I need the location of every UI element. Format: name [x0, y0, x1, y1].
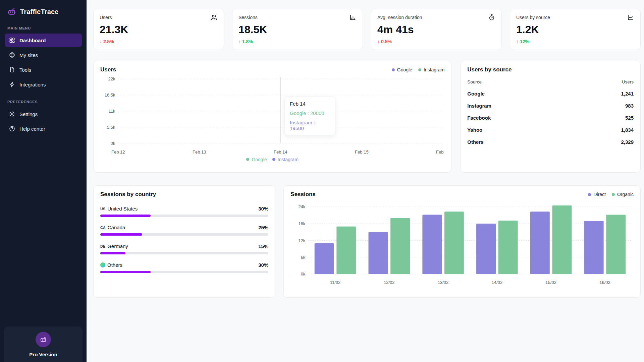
sidebar-item-dashboard[interactable]: Dashboard: [5, 34, 82, 47]
country-code: DE: [100, 244, 105, 248]
svg-text:16.5k: 16.5k: [105, 93, 115, 98]
country-progress-track: [100, 233, 268, 236]
svg-text:12/02: 12/02: [384, 280, 395, 285]
sidebar-item-label: Settings: [19, 111, 38, 117]
sidebar-item-tools[interactable]: Tools: [5, 63, 82, 76]
users-column-header: Users: [577, 76, 634, 87]
sidebar-item-label: Dashboard: [19, 38, 46, 43]
legend-label: Google: [252, 157, 267, 162]
svg-text:18k: 18k: [299, 221, 306, 226]
nav-section-label: MAIN MENU: [7, 26, 79, 30]
tooltip-title: Feb 14: [290, 101, 330, 107]
country-percent: 30%: [258, 206, 268, 212]
sessions-chart-title: Sessions: [290, 191, 316, 198]
users-icon: [210, 14, 218, 21]
legend-item-google[interactable]: Google: [246, 157, 267, 162]
users-chart-card: Users GoogleInstagram 22k16.5k11k5.5k0kF…: [93, 61, 451, 173]
source-users-value: 2,329: [577, 136, 634, 148]
app-root: TrafficTrace MAIN MENUDashboardMy sitesT…: [0, 0, 644, 362]
country-name: United States: [107, 206, 138, 212]
stat-value: 18.5K: [238, 23, 357, 36]
table-row: Google1,241: [467, 87, 634, 100]
legend-item-instagram[interactable]: Instagram: [418, 67, 444, 72]
svg-text:16/02: 16/02: [599, 280, 610, 285]
svg-text:11k: 11k: [108, 109, 115, 114]
svg-text:Feb 13: Feb 13: [193, 149, 206, 155]
svg-text:22k: 22k: [108, 76, 115, 81]
source-users-value: 1,241: [577, 87, 634, 100]
country-item-germany: DEGermany15%: [100, 243, 268, 254]
sidebar-item-integrations[interactable]: Integrations: [5, 78, 82, 91]
users-by-source-table: Source Users Google1,241Instagram983Face…: [467, 76, 634, 148]
users-line-chart-svg: 22k16.5k11k5.5k0kFeb 12Feb 13Feb 14Feb 1…: [100, 74, 444, 156]
pro-robot-icon[interactable]: [36, 332, 51, 347]
stat-value: 21.3K: [100, 23, 218, 36]
users-line-chart[interactable]: 22k16.5k11k5.5k0kFeb 12Feb 13Feb 14Feb 1…: [100, 74, 444, 156]
sessions-chart-card: Sessions DirectOrganic 24k18k12k6k0k11/0…: [283, 185, 641, 298]
table-row: Instagram983: [467, 100, 634, 112]
legend-dot: [418, 68, 421, 71]
source-name: Yahoo: [467, 124, 576, 136]
stopwatch-icon: [488, 14, 495, 21]
source-name: Instagram: [467, 100, 576, 112]
source-column-header: Source: [467, 76, 576, 87]
country-progress-track: [100, 215, 268, 217]
legend-label: Instagram: [424, 67, 444, 72]
app-title: TrafficTrace: [20, 8, 59, 16]
source-name: Others: [467, 136, 576, 148]
sessions-bar-chart[interactable]: 24k18k12k6k0k11/0212/0213/0214/0215/0216…: [290, 199, 634, 287]
stat-value: 1.2K: [516, 23, 634, 36]
svg-text:Feb 15: Feb 15: [355, 149, 369, 155]
stat-delta: ↑ 1.8%: [238, 39, 357, 44]
country-name: Others: [107, 262, 122, 268]
dashboard-icon: [9, 37, 15, 44]
line-chart-icon: [627, 14, 634, 21]
legend-label: Google: [397, 67, 412, 72]
source-users-value: 1,834: [577, 124, 634, 136]
legend-item-google[interactable]: Google: [392, 67, 412, 72]
country-progress-fill: [100, 215, 151, 217]
legend-item-direct[interactable]: Direct: [588, 192, 606, 197]
legend-dot: [588, 193, 591, 196]
svg-text:0k: 0k: [301, 272, 306, 277]
stat-delta: ↓ 0.5%: [377, 39, 495, 44]
stat-label: Sessions: [238, 15, 258, 20]
globe-icon: [9, 52, 15, 58]
chart-tooltip: Feb 14Google : 20000Instagram : 19500: [284, 97, 335, 135]
legend-item-organic[interactable]: Organic: [612, 192, 634, 197]
source-users-value: 525: [577, 112, 634, 124]
pro-version-card[interactable]: Pro Version: [4, 326, 83, 362]
sidebar-item-settings[interactable]: Settings: [5, 107, 82, 121]
stat-card-users-by-source: Users by source1.2K↑ 12%: [510, 9, 641, 50]
sidebar-item-help-center[interactable]: Help center: [5, 122, 82, 135]
legend-item-instagram[interactable]: Instagram: [272, 157, 299, 162]
svg-text:24k: 24k: [299, 204, 306, 209]
country-code: US: [100, 207, 105, 211]
source-name: Facebook: [467, 112, 576, 124]
svg-text:14/02: 14/02: [492, 280, 503, 285]
svg-text:12k: 12k: [299, 238, 306, 243]
tooltip-line: Instagram : 19500: [290, 120, 330, 131]
sessions-by-country-title: Sessions by country: [100, 191, 268, 198]
legend-label: Direct: [593, 192, 606, 197]
stat-label: Avg. session duration: [377, 15, 422, 20]
sidebar-item-label: Tools: [19, 67, 31, 73]
stat-card-avg-session-duration: Avg. session duration4m 41s↓ 0.5%: [371, 9, 502, 50]
svg-text:11/02: 11/02: [330, 280, 341, 285]
country-progress-track: [100, 271, 268, 273]
table-row: Others2,329: [467, 136, 634, 148]
bar-chart-icon: [349, 14, 357, 21]
stat-label: Users by source: [516, 15, 550, 20]
country-percent: 15%: [258, 243, 268, 249]
stats-row: Users21.3K↓ 2.5%Sessions18.5K↑ 1.8%Avg. …: [93, 9, 641, 50]
table-row: Yahoo1,834: [467, 124, 634, 136]
svg-text:15/02: 15/02: [546, 280, 557, 285]
legend-dot: [246, 158, 249, 161]
source-name: Google: [467, 87, 576, 100]
sidebar-item-my-sites[interactable]: My sites: [5, 48, 82, 62]
sessions-chart-legend: DirectOrganic: [588, 192, 634, 197]
sessions-bar-chart-svg: 24k18k12k6k0k11/0212/0213/0214/0215/0216…: [290, 199, 634, 287]
middle-row: Users GoogleInstagram 22k16.5k11k5.5k0kF…: [93, 61, 641, 173]
logo[interactable]: TrafficTrace: [5, 6, 82, 17]
svg-text:6k: 6k: [301, 255, 306, 260]
